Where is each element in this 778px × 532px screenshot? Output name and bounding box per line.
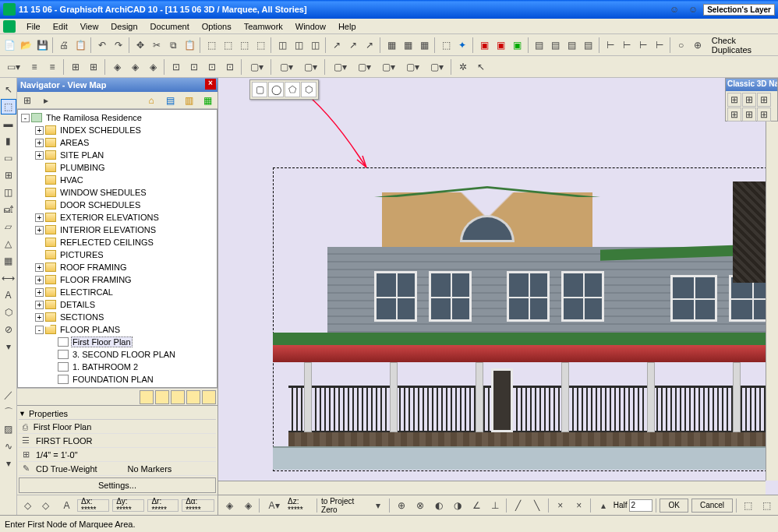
- layout-book-icon[interactable]: ▥: [180, 92, 197, 109]
- tree-root[interactable]: - The Ramilosa Residence: [19, 111, 215, 124]
- coord-tool-icon[interactable]: ⊥: [487, 497, 503, 514]
- coord-tool-icon[interactable]: ⊗: [412, 497, 428, 514]
- nav-tool-icon[interactable]: ⊞: [19, 92, 36, 109]
- tool-dropdown-icon[interactable]: ▢▾: [328, 58, 352, 76]
- coord-icon[interactable]: ◇: [38, 497, 53, 514]
- tool-icon[interactable]: ▦: [416, 37, 432, 54]
- tree-item[interactable]: PLUMBING: [19, 161, 215, 174]
- mesh-tool-icon[interactable]: ▦: [1, 253, 16, 269]
- expand-icon[interactable]: +: [35, 213, 44, 222]
- paste-icon[interactable]: 📋: [182, 37, 197, 54]
- tree-item[interactable]: HVAC: [19, 174, 215, 186]
- menu-edit[interactable]: Edit: [47, 20, 74, 33]
- expand-icon[interactable]: +: [35, 301, 44, 309]
- line-tool-icon[interactable]: ／: [1, 387, 16, 403]
- nav-3d-icon[interactable]: ⊞: [727, 107, 741, 122]
- tool-dropdown-icon[interactable]: ▢▾: [425, 58, 448, 76]
- tool-icon[interactable]: ◈: [126, 58, 143, 76]
- tool-icon[interactable]: ▦: [384, 37, 399, 54]
- undo-icon[interactable]: ↶: [94, 37, 110, 54]
- check-duplicates-label[interactable]: Check Duplicates: [707, 36, 776, 55]
- tool-dropdown-icon[interactable]: ▢▾: [352, 58, 376, 76]
- expand-icon[interactable]: +: [35, 313, 44, 322]
- menu-design[interactable]: Design: [104, 20, 143, 33]
- tree-item[interactable]: +INTERIOR ELEVATIONS: [19, 224, 215, 236]
- properties-header[interactable]: ▼ Properties: [19, 407, 216, 420]
- tree-item[interactable]: +ELECTIRCAL: [19, 286, 215, 298]
- navigator-titlebar[interactable]: Navigator - View Map ×: [17, 78, 217, 92]
- tool-dropdown-icon[interactable]: ▢▾: [274, 58, 298, 76]
- copy-icon[interactable]: ⧉: [165, 37, 181, 54]
- tool-icon[interactable]: ≡: [26, 58, 43, 76]
- expand-icon[interactable]: +: [35, 263, 44, 272]
- 3d-viewport[interactable]: [218, 78, 778, 495]
- tool-icon[interactable]: ◫: [291, 37, 306, 54]
- tool-dropdown-icon[interactable]: ▢▾: [299, 58, 322, 76]
- layer-dropdown-icon[interactable]: ▭▾: [2, 58, 25, 76]
- nav-button-icon[interactable]: [155, 390, 169, 404]
- marquee-mode-icon[interactable]: ⬠: [285, 82, 300, 97]
- tool-icon[interactable]: ↗: [329, 37, 345, 54]
- text-tool-icon[interactable]: A: [1, 287, 16, 303]
- horizontal-scrollbar[interactable]: [218, 481, 766, 495]
- coord-icon[interactable]: ◇: [20, 497, 35, 514]
- tree-item[interactable]: REFLECTED CEILINGS: [19, 236, 215, 248]
- tool-icon[interactable]: ▤: [581, 37, 596, 54]
- tool-icon[interactable]: ▤: [531, 37, 546, 54]
- close-icon[interactable]: ×: [205, 79, 216, 90]
- fill-tool-icon[interactable]: ▨: [1, 421, 16, 437]
- dropdown-icon[interactable]: ▾: [370, 497, 386, 514]
- ok-button[interactable]: OK: [660, 499, 688, 513]
- print-icon[interactable]: 🖨: [56, 37, 72, 54]
- tool-icon[interactable]: ▣: [509, 37, 525, 54]
- pick-icon[interactable]: ✥: [133, 37, 148, 54]
- more-tool-icon[interactable]: ▾: [1, 339, 16, 354]
- expand-icon[interactable]: +: [35, 126, 44, 135]
- tool-icon[interactable]: ⊡: [221, 58, 239, 76]
- tool-icon[interactable]: ⬚: [236, 37, 252, 54]
- coord-tool-icon[interactable]: ×: [553, 497, 568, 514]
- tool-icon[interactable]: ⬚: [253, 37, 268, 54]
- tree-item[interactable]: First Floor Plan: [19, 336, 215, 348]
- coord-tool-icon[interactable]: ◐: [431, 497, 447, 514]
- tool-icon[interactable]: ⬚: [438, 37, 454, 54]
- menu-window[interactable]: Window: [289, 20, 332, 33]
- tool-icon[interactable]: ⊢: [619, 37, 635, 54]
- redo-icon[interactable]: ↷: [111, 37, 126, 54]
- coord-icon[interactable]: A: [59, 497, 74, 514]
- nav-3d-icon[interactable]: ⊞: [742, 93, 756, 107]
- more-tool-icon[interactable]: ▾: [1, 456, 16, 471]
- coord-dropdown-icon[interactable]: A▾: [263, 497, 285, 514]
- coord-tool-icon[interactable]: ◈: [221, 497, 237, 514]
- coord-tool-icon[interactable]: ╱: [511, 497, 526, 514]
- tool-icon[interactable]: ⊢: [652, 37, 667, 54]
- tool-icon[interactable]: ✲: [454, 58, 472, 76]
- tool-icon[interactable]: ◈: [144, 58, 161, 76]
- tool-icon[interactable]: ▤: [564, 37, 580, 54]
- tool-icon[interactable]: ⊡: [168, 58, 185, 76]
- tree-item[interactable]: 3. SECOND FLOOR PLAN: [19, 348, 215, 361]
- tool-icon[interactable]: ⊞: [85, 58, 102, 76]
- section-tool-icon[interactable]: ⊘: [1, 322, 16, 337]
- document-icon[interactable]: [3, 20, 16, 33]
- expand-icon[interactable]: +: [35, 288, 44, 297]
- tool-icon[interactable]: ≡: [44, 58, 61, 76]
- new-icon[interactable]: 📄: [2, 37, 17, 54]
- coord-tool-icon[interactable]: ⬚: [759, 497, 775, 514]
- tool-icon[interactable]: ◫: [274, 37, 290, 54]
- tool-icon[interactable]: ▣: [493, 37, 508, 54]
- expand-icon[interactable]: +: [35, 276, 44, 284]
- window-tool-icon[interactable]: ⊞: [1, 167, 16, 183]
- expand-icon[interactable]: +: [35, 151, 44, 160]
- face-icon-2[interactable]: ☺: [684, 1, 702, 18]
- nav-3d-icon[interactable]: ⊞: [742, 107, 756, 122]
- project-map-icon[interactable]: ⌂: [143, 92, 160, 109]
- marquee-mode-icon[interactable]: ▢: [252, 82, 267, 97]
- tree-item[interactable]: +INDEX SCHEDULES: [19, 124, 215, 136]
- save-icon[interactable]: 💾: [34, 37, 50, 54]
- door-tool-icon[interactable]: ◫: [1, 185, 16, 200]
- coord-tool-icon[interactable]: ◑: [450, 497, 465, 514]
- arrow-tool-icon[interactable]: ↖: [1, 82, 16, 97]
- face-icon-1[interactable]: ☺: [666, 1, 683, 18]
- tree-item[interactable]: +SITE PLAN: [19, 149, 215, 161]
